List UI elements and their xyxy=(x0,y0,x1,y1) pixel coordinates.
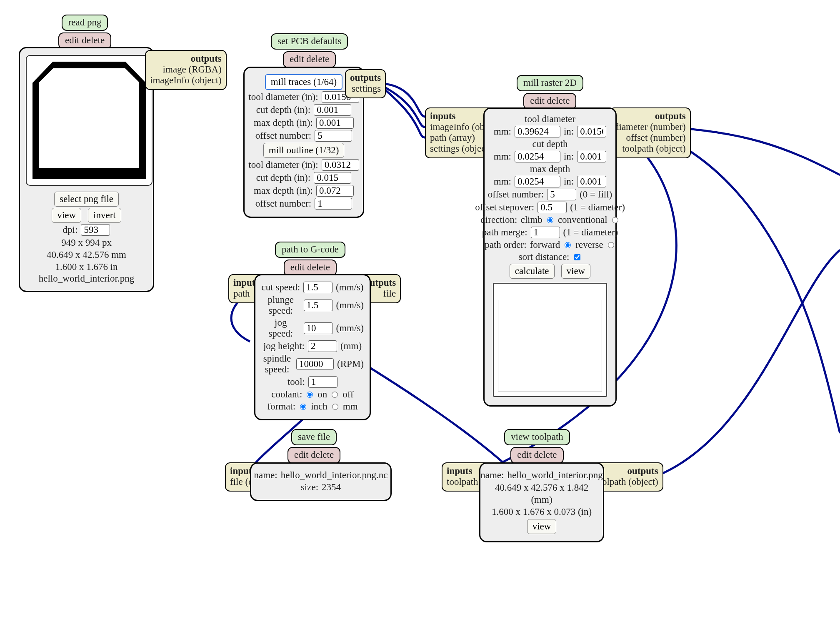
outline-max-depth[interactable] xyxy=(316,185,354,197)
calculate-button[interactable]: calculate xyxy=(510,264,555,279)
filename: hello_world_interior.png xyxy=(26,273,147,285)
toolpath-preview xyxy=(493,283,607,397)
edit-link[interactable]: edit xyxy=(517,449,532,460)
diam-in[interactable] xyxy=(577,126,606,137)
traces-cut-depth[interactable] xyxy=(314,104,351,116)
node-title-gcode[interactable]: path to G-code xyxy=(275,242,345,258)
edit-delete-read-png[interactable]: edit delete xyxy=(58,32,111,49)
edit-delete-mill-raster[interactable]: edit delete xyxy=(523,93,576,109)
node-title-view-toolpath[interactable]: view toolpath xyxy=(504,429,570,445)
format-mm[interactable] xyxy=(332,404,338,410)
max-in[interactable] xyxy=(577,176,606,187)
invert-button[interactable]: invert xyxy=(88,208,121,223)
sort-distance[interactable] xyxy=(574,254,580,260)
node-title-set-defaults[interactable]: set PCB defaults xyxy=(271,33,348,50)
coolant-on[interactable] xyxy=(307,392,313,398)
cut-in[interactable] xyxy=(577,151,606,162)
dpi-label: dpi: xyxy=(63,225,78,235)
traces-max-depth[interactable] xyxy=(316,117,354,129)
cut-mm[interactable] xyxy=(515,151,560,162)
outline-cut-depth[interactable] xyxy=(314,172,351,184)
order-forward[interactable] xyxy=(565,242,571,248)
dims-px: 949 x 994 px xyxy=(26,237,147,249)
view-toolpath-panel: name: hello_world_interior.png 40.649 x … xyxy=(479,462,604,542)
delete-link[interactable]: delete xyxy=(534,449,557,460)
diam-mm[interactable] xyxy=(515,126,560,137)
read-png-panel: select png file view invert dpi: 949 x 9… xyxy=(19,47,154,292)
order-reverse[interactable] xyxy=(608,242,614,248)
gcode-panel: cut speed:(mm/s) plunge speed:(mm/s) jog… xyxy=(254,274,371,420)
view-button[interactable]: view xyxy=(527,519,557,534)
max-mm[interactable] xyxy=(515,176,560,187)
coolant-off[interactable] xyxy=(332,392,338,398)
outline-offset-num[interactable] xyxy=(315,198,352,210)
dpi-input[interactable] xyxy=(81,224,110,236)
delete-link[interactable]: delete xyxy=(311,449,334,460)
toolpath-dims-mm: 40.649 x 42.576 x 1.842 (mm) xyxy=(486,482,597,506)
read-png-outputs[interactable]: outputs image (RGBA) imageInfo (object) xyxy=(145,50,227,90)
toolpath-filename: hello_world_interior.png xyxy=(507,470,602,481)
node-title-save-file[interactable]: save file xyxy=(291,429,337,445)
node-title-read-png[interactable]: read png xyxy=(62,15,108,31)
set-defaults-outputs[interactable]: outputs settings xyxy=(345,69,386,98)
view-button[interactable]: view xyxy=(52,208,81,223)
delete-link[interactable]: delete xyxy=(82,35,105,45)
dims-mm: 40.649 x 42.576 mm xyxy=(26,249,147,261)
jog-speed[interactable] xyxy=(304,322,333,334)
plunge-speed[interactable] xyxy=(304,300,333,311)
path-merge[interactable] xyxy=(531,227,560,238)
jog-height[interactable] xyxy=(308,340,337,352)
edit-delete-set-defaults[interactable]: edit delete xyxy=(283,51,336,67)
mill-outline-button[interactable]: mill outline (1/32) xyxy=(263,143,345,158)
select-png-button[interactable]: select png file xyxy=(54,192,119,207)
edit-link[interactable]: edit xyxy=(290,262,305,272)
delete-link[interactable]: delete xyxy=(306,54,329,64)
save-file-name: hello_world_interior.png.nc xyxy=(281,470,388,481)
view-button[interactable]: view xyxy=(561,264,591,279)
edit-link[interactable]: edit xyxy=(65,35,80,45)
image-preview xyxy=(26,55,152,186)
format-inch[interactable] xyxy=(300,404,306,410)
edit-link[interactable]: edit xyxy=(530,95,545,106)
mill-traces-button[interactable]: mill traces (1/64) xyxy=(265,74,342,90)
spindle-speed[interactable] xyxy=(296,358,334,370)
delete-link[interactable]: delete xyxy=(307,262,330,272)
delete-link[interactable]: delete xyxy=(547,95,570,106)
save-file-panel: name: hello_world_interior.png.nc size: … xyxy=(250,462,392,501)
dims-in: 1.600 x 1.676 in xyxy=(26,261,147,273)
traces-offset-num[interactable] xyxy=(315,130,352,142)
edit-link[interactable]: edit xyxy=(290,54,304,64)
mill-raster-outputs[interactable]: outputs diameter (number) offset (number… xyxy=(609,107,691,158)
edit-delete-view-toolpath[interactable]: edit delete xyxy=(510,447,563,463)
edit-delete-gcode[interactable]: edit delete xyxy=(284,260,337,276)
mill-raster-panel: tool diameter mm: in: cut depth mm: in: … xyxy=(483,107,617,407)
edit-link[interactable]: edit xyxy=(294,449,309,460)
save-file-size: 2354 xyxy=(322,482,341,493)
node-title-mill-raster[interactable]: mill raster 2D xyxy=(517,75,583,91)
toolpath-dims-in: 1.600 x 1.676 x 0.073 (in) xyxy=(486,506,597,518)
direction-climb[interactable] xyxy=(547,217,553,223)
edit-delete-save-file[interactable]: edit delete xyxy=(288,447,340,463)
offset-stepover[interactable] xyxy=(538,202,567,213)
direction-conventional[interactable] xyxy=(612,217,618,223)
tool-num[interactable] xyxy=(308,376,338,388)
outline-tool-diam[interactable] xyxy=(322,159,359,171)
offset-number[interactable] xyxy=(547,189,576,200)
cut-speed[interactable] xyxy=(303,282,332,293)
